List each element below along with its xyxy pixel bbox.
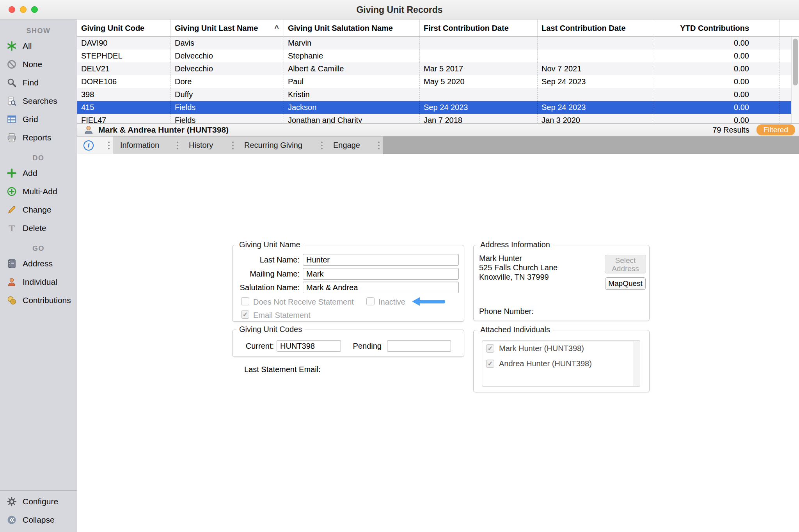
- person-icon: [6, 277, 18, 287]
- sidebar-item-multi-add[interactable]: Multi-Add: [0, 182, 77, 200]
- individual-checkbox[interactable]: [486, 344, 494, 353]
- cell-last-date: Sep 24 2023: [538, 75, 654, 88]
- cell-last-name: Dore: [171, 75, 284, 88]
- individual-label: Mark Hunter (HUNT398): [499, 344, 584, 353]
- cell-first-date: [420, 88, 538, 101]
- filtered-badge[interactable]: Filtered: [756, 124, 795, 135]
- tab-engage[interactable]: Engage: [326, 137, 383, 154]
- list-scrollbar[interactable]: [634, 341, 640, 386]
- drag-handle-icon[interactable]: [378, 141, 380, 150]
- sidebar-section-go: GO: [0, 243, 77, 254]
- table-header: Giving Unit Code Giving Unit Last Name^ …: [77, 20, 799, 37]
- sidebar-item-change[interactable]: Change: [0, 200, 77, 219]
- attached-individuals-panel: Attached Individuals Mark Hunter (HUNT39…: [473, 330, 650, 392]
- sidebar-item-reports[interactable]: Reports: [0, 128, 77, 147]
- sidebar-item-individual[interactable]: Individual: [0, 273, 77, 291]
- last-name-input[interactable]: [303, 254, 459, 266]
- sidebar-item-add[interactable]: Add: [0, 164, 77, 182]
- sidebar-item-none[interactable]: None: [0, 55, 77, 73]
- salutation-name-input[interactable]: [303, 282, 459, 293]
- pencil-icon: [6, 204, 18, 215]
- results-count: 79 Results: [712, 126, 749, 135]
- tab-info[interactable]: [77, 137, 113, 154]
- table-row[interactable]: STEPHDEL Delvecchio Stephanie 0.00: [77, 50, 799, 62]
- does-not-receive-statement-checkbox[interactable]: [241, 297, 249, 305]
- tab-strip: Information History Recurring Giving Eng…: [77, 137, 799, 154]
- scrollbar-thumb[interactable]: [793, 39, 798, 85]
- cell-last-name: Fields: [171, 101, 284, 114]
- cell-code: DORE106: [77, 75, 171, 88]
- sidebar-item-label: Change: [23, 205, 51, 215]
- drag-handle-icon[interactable]: [108, 141, 110, 150]
- sort-ascending-icon: ^: [274, 20, 279, 37]
- email-statement-label: Email Statement: [253, 311, 311, 320]
- drag-handle-icon[interactable]: [177, 141, 178, 150]
- cell-salutation: Jonathan and Charity: [284, 114, 420, 123]
- cell-salutation: Marvin: [284, 37, 420, 50]
- sidebar-item-label: Multi-Add: [23, 187, 57, 196]
- mailing-name-input[interactable]: [303, 268, 459, 280]
- individual-checkbox[interactable]: [486, 360, 494, 368]
- sidebar-item-delete[interactable]: T Delete: [0, 219, 77, 237]
- table-row-selected[interactable]: 415 Fields Jackson Sep 24 2023 Sep 24 20…: [77, 101, 799, 114]
- delete-icon: T: [6, 223, 18, 234]
- sidebar-item-all[interactable]: All: [0, 37, 77, 55]
- sidebar-item-label: Delete: [23, 223, 46, 233]
- sidebar-item-configure[interactable]: Configure: [0, 492, 77, 511]
- circled-plus-icon: [6, 186, 18, 197]
- individual-label: Andrea Hunter (HUNT398): [499, 359, 592, 368]
- select-address-button[interactable]: Select Address: [605, 255, 646, 273]
- sidebar-item-label: Contributions: [23, 296, 71, 305]
- cell-last-date: [538, 37, 654, 50]
- cell-first-date: Mar 5 2017: [420, 62, 538, 75]
- table-row[interactable]: DAVI90 Davis Marvin 0.00: [77, 37, 799, 50]
- tab-history[interactable]: History: [182, 137, 237, 154]
- table-row[interactable]: 398 Duffy Kristin 0.00: [77, 88, 799, 101]
- sidebar-item-searches[interactable]: Searches: [0, 92, 77, 110]
- column-header-giving-unit-last-name[interactable]: Giving Unit Last Name^: [171, 20, 284, 37]
- sidebar-item-find[interactable]: Find: [0, 73, 77, 92]
- panel-legend: Giving Unit Name: [236, 240, 303, 249]
- sidebar-item-collapse[interactable]: Collapse: [0, 511, 77, 529]
- column-header-ytd-contributions[interactable]: YTD Contributions: [654, 20, 780, 37]
- column-header-first-contribution-date[interactable]: First Contribution Date: [420, 20, 538, 37]
- address-book-icon: [6, 258, 18, 269]
- svg-text:T: T: [9, 223, 15, 233]
- email-statement-checkbox[interactable]: [241, 310, 249, 319]
- drag-handle-icon[interactable]: [232, 141, 234, 150]
- cell-last-name: Fields: [171, 114, 284, 123]
- address-information-panel: Address Information Mark Hunter 525 Fall…: [473, 245, 650, 321]
- record-title: Mark & Andrea Hunter (HUNT398): [98, 125, 229, 135]
- collapse-left-icon: [6, 514, 18, 525]
- column-header-giving-unit-code[interactable]: Giving Unit Code: [77, 20, 171, 37]
- pending-code-input[interactable]: [387, 340, 451, 352]
- sidebar-section-do: DO: [0, 152, 77, 164]
- list-item[interactable]: Mark Hunter (HUNT398): [482, 341, 640, 356]
- giving-unit-table: DAVI90 Davis Marvin 0.00 STEPHDEL Delvec…: [77, 37, 799, 123]
- table-scrollbar[interactable]: [791, 37, 799, 123]
- drag-handle-icon[interactable]: [321, 141, 323, 150]
- tab-recurring-giving[interactable]: Recurring Giving: [237, 137, 326, 154]
- list-item[interactable]: Andrea Hunter (HUNT398): [482, 356, 640, 371]
- cell-code: 415: [77, 101, 171, 114]
- cell-ytd: 0.00: [654, 50, 780, 62]
- inactive-checkbox[interactable]: [366, 297, 375, 305]
- sidebar-item-label: Collapse: [23, 515, 55, 525]
- column-header-giving-unit-salutation-name[interactable]: Giving Unit Salutation Name: [284, 20, 420, 37]
- sidebar-item-contributions[interactable]: Contributions: [0, 291, 77, 309]
- none-icon: [6, 59, 18, 70]
- sidebar-item-address[interactable]: Address: [0, 254, 77, 273]
- tab-information[interactable]: Information: [113, 137, 182, 154]
- printer-icon: [6, 132, 18, 143]
- column-header-last-contribution-date[interactable]: Last Contribution Date: [538, 20, 654, 37]
- mapquest-button[interactable]: MapQuest: [605, 277, 646, 290]
- table-row[interactable]: DELV21 Delvecchio Albert & Camille Mar 5…: [77, 62, 799, 75]
- cell-code: DELV21: [77, 62, 171, 75]
- phone-number-label: Phone Number:: [479, 307, 534, 316]
- sidebar-item-grid[interactable]: Grid: [0, 110, 77, 128]
- table-row[interactable]: FIEL47 Fields Jonathan and Charity Jan 7…: [77, 114, 799, 123]
- current-code-input[interactable]: [277, 340, 341, 352]
- table-row[interactable]: DORE106 Dore Paul May 5 2020 Sep 24 2023…: [77, 75, 799, 88]
- cell-first-date: Jan 7 2018: [420, 114, 538, 123]
- sidebar-item-label: Address: [23, 259, 53, 268]
